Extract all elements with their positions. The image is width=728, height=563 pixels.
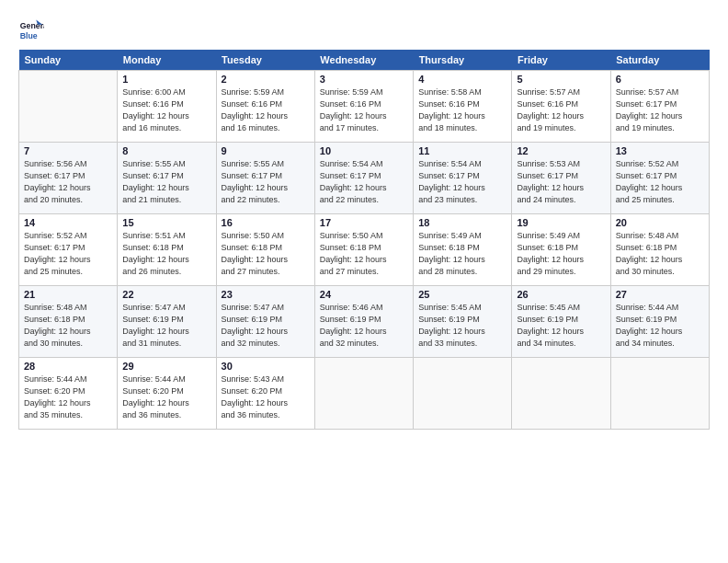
day-cell: 7Sunrise: 5:56 AMSunset: 6:17 PMDaylight… [19, 143, 118, 214]
day-number: 13 [616, 145, 704, 156]
day-number: 24 [320, 289, 408, 300]
svg-text:Blue: Blue [20, 31, 38, 40]
day-info: Sunrise: 5:59 AMSunset: 6:16 PMDaylight:… [222, 86, 310, 134]
day-number: 19 [517, 217, 605, 228]
day-number: 16 [222, 217, 310, 228]
page: General Blue SundayMondayTuesdayWednesda… [0, 0, 728, 563]
day-cell [610, 358, 709, 430]
day-info: Sunrise: 5:49 AMSunset: 6:18 PMDaylight:… [418, 230, 506, 278]
day-info: Sunrise: 5:48 AMSunset: 6:18 PMDaylight:… [616, 230, 704, 278]
day-cell: 11Sunrise: 5:54 AMSunset: 6:17 PMDayligh… [414, 143, 512, 214]
day-number: 21 [24, 289, 112, 300]
day-number: 23 [222, 289, 310, 300]
col-header-friday: Friday [512, 50, 610, 71]
day-info: Sunrise: 5:55 AMSunset: 6:17 PMDaylight:… [122, 158, 210, 206]
day-info: Sunrise: 6:00 AMSunset: 6:16 PMDaylight:… [122, 86, 210, 134]
calendar-table: SundayMondayTuesdayWednesdayThursdayFrid… [18, 50, 710, 430]
day-info: Sunrise: 5:44 AMSunset: 6:20 PMDaylight:… [122, 373, 210, 421]
day-cell: 26Sunrise: 5:45 AMSunset: 6:19 PMDayligh… [512, 286, 610, 358]
day-info: Sunrise: 5:55 AMSunset: 6:17 PMDaylight:… [222, 158, 310, 206]
day-info: Sunrise: 5:47 AMSunset: 6:19 PMDaylight:… [122, 302, 210, 350]
day-info: Sunrise: 5:56 AMSunset: 6:17 PMDaylight:… [24, 158, 112, 206]
day-cell: 16Sunrise: 5:50 AMSunset: 6:18 PMDayligh… [216, 214, 314, 286]
day-number: 8 [122, 145, 210, 156]
day-cell: 9Sunrise: 5:55 AMSunset: 6:17 PMDaylight… [216, 143, 314, 214]
day-number: 7 [24, 145, 112, 156]
day-info: Sunrise: 5:52 AMSunset: 6:17 PMDaylight:… [616, 158, 704, 206]
day-info: Sunrise: 5:45 AMSunset: 6:19 PMDaylight:… [517, 302, 605, 350]
day-cell: 30Sunrise: 5:43 AMSunset: 6:20 PMDayligh… [216, 358, 314, 430]
day-number: 22 [122, 289, 210, 300]
day-number: 6 [616, 74, 704, 85]
day-info: Sunrise: 5:53 AMSunset: 6:17 PMDaylight:… [517, 158, 605, 206]
col-header-monday: Monday [118, 50, 216, 71]
day-info: Sunrise: 5:57 AMSunset: 6:17 PMDaylight:… [616, 86, 704, 134]
day-cell: 5Sunrise: 5:57 AMSunset: 6:16 PMDaylight… [512, 71, 610, 143]
day-cell: 17Sunrise: 5:50 AMSunset: 6:18 PMDayligh… [314, 214, 413, 286]
col-header-wednesday: Wednesday [314, 50, 413, 71]
day-number: 27 [616, 289, 704, 300]
day-number: 11 [418, 145, 506, 156]
week-row-5: 28Sunrise: 5:44 AMSunset: 6:20 PMDayligh… [19, 358, 710, 430]
day-cell: 20Sunrise: 5:48 AMSunset: 6:18 PMDayligh… [610, 214, 709, 286]
day-number: 4 [418, 74, 506, 85]
day-number: 26 [517, 289, 605, 300]
day-number: 25 [418, 289, 506, 300]
day-cell [314, 358, 413, 430]
svg-text:General: General [20, 21, 44, 30]
day-info: Sunrise: 5:43 AMSunset: 6:20 PMDaylight:… [222, 373, 310, 421]
header-row: SundayMondayTuesdayWednesdayThursdayFrid… [19, 50, 710, 71]
day-cell: 1Sunrise: 6:00 AMSunset: 6:16 PMDaylight… [118, 71, 216, 143]
day-cell [19, 71, 118, 143]
day-cell: 22Sunrise: 5:47 AMSunset: 6:19 PMDayligh… [118, 286, 216, 358]
day-cell: 18Sunrise: 5:49 AMSunset: 6:18 PMDayligh… [414, 214, 512, 286]
day-number: 10 [320, 145, 408, 156]
day-info: Sunrise: 5:44 AMSunset: 6:20 PMDaylight:… [24, 373, 112, 421]
day-info: Sunrise: 5:58 AMSunset: 6:16 PMDaylight:… [418, 86, 506, 134]
day-number: 3 [320, 74, 408, 85]
day-cell: 8Sunrise: 5:55 AMSunset: 6:17 PMDaylight… [118, 143, 216, 214]
day-info: Sunrise: 5:54 AMSunset: 6:17 PMDaylight:… [418, 158, 506, 206]
day-info: Sunrise: 5:54 AMSunset: 6:17 PMDaylight:… [320, 158, 408, 206]
day-number: 30 [222, 361, 310, 372]
day-info: Sunrise: 5:44 AMSunset: 6:19 PMDaylight:… [616, 302, 704, 350]
day-info: Sunrise: 5:57 AMSunset: 6:16 PMDaylight:… [517, 86, 605, 134]
day-cell: 28Sunrise: 5:44 AMSunset: 6:20 PMDayligh… [19, 358, 118, 430]
day-number: 9 [222, 145, 310, 156]
day-cell: 14Sunrise: 5:52 AMSunset: 6:17 PMDayligh… [19, 214, 118, 286]
day-number: 20 [616, 217, 704, 228]
day-number: 29 [122, 361, 210, 372]
day-info: Sunrise: 5:51 AMSunset: 6:18 PMDaylight:… [122, 230, 210, 278]
day-info: Sunrise: 5:46 AMSunset: 6:19 PMDaylight:… [320, 302, 408, 350]
week-row-2: 7Sunrise: 5:56 AMSunset: 6:17 PMDaylight… [19, 143, 710, 214]
day-cell: 10Sunrise: 5:54 AMSunset: 6:17 PMDayligh… [314, 143, 413, 214]
day-cell: 24Sunrise: 5:46 AMSunset: 6:19 PMDayligh… [314, 286, 413, 358]
day-number: 14 [24, 217, 112, 228]
col-header-tuesday: Tuesday [216, 50, 314, 71]
day-cell: 23Sunrise: 5:47 AMSunset: 6:19 PMDayligh… [216, 286, 314, 358]
day-cell: 3Sunrise: 5:59 AMSunset: 6:16 PMDaylight… [314, 71, 413, 143]
header: General Blue [18, 17, 710, 42]
day-cell: 25Sunrise: 5:45 AMSunset: 6:19 PMDayligh… [414, 286, 512, 358]
day-number: 15 [122, 217, 210, 228]
col-header-thursday: Thursday [414, 50, 512, 71]
week-row-4: 21Sunrise: 5:48 AMSunset: 6:18 PMDayligh… [19, 286, 710, 358]
week-row-3: 14Sunrise: 5:52 AMSunset: 6:17 PMDayligh… [19, 214, 710, 286]
day-number: 12 [517, 145, 605, 156]
day-cell [414, 358, 512, 430]
day-number: 18 [418, 217, 506, 228]
logo-icon: General Blue [18, 17, 44, 42]
day-cell: 19Sunrise: 5:49 AMSunset: 6:18 PMDayligh… [512, 214, 610, 286]
day-cell: 2Sunrise: 5:59 AMSunset: 6:16 PMDaylight… [216, 71, 314, 143]
col-header-sunday: Sunday [19, 50, 118, 71]
day-cell: 27Sunrise: 5:44 AMSunset: 6:19 PMDayligh… [610, 286, 709, 358]
day-info: Sunrise: 5:50 AMSunset: 6:18 PMDaylight:… [320, 230, 408, 278]
day-number: 17 [320, 217, 408, 228]
day-cell: 29Sunrise: 5:44 AMSunset: 6:20 PMDayligh… [118, 358, 216, 430]
day-info: Sunrise: 5:45 AMSunset: 6:19 PMDaylight:… [418, 302, 506, 350]
day-number: 2 [222, 74, 310, 85]
logo: General Blue [18, 17, 50, 42]
day-cell: 13Sunrise: 5:52 AMSunset: 6:17 PMDayligh… [610, 143, 709, 214]
day-info: Sunrise: 5:52 AMSunset: 6:17 PMDaylight:… [24, 230, 112, 278]
day-number: 5 [517, 74, 605, 85]
